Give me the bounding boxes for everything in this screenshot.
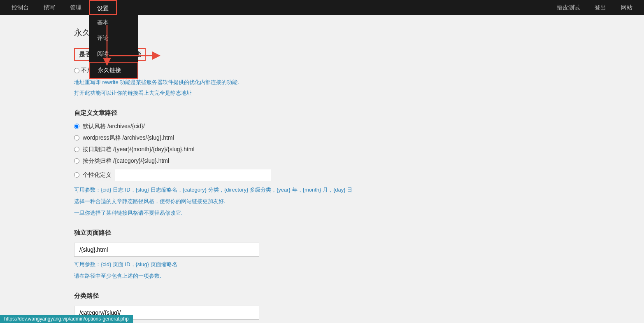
article-option-wordpress-label: wordpress风格 /archives/{slug}.html: [83, 134, 174, 142]
page-path-input[interactable]: [74, 243, 259, 257]
article-radio-category[interactable]: [74, 158, 79, 164]
article-radio-wordpress[interactable]: [74, 135, 79, 140]
article-option-default-label: 默认风格 /archives/{cid}/: [83, 123, 145, 130]
article-section-title: 自定义文章路径: [74, 109, 628, 117]
nav-settings[interactable]: 设置: [89, 0, 117, 15]
category-path-section-title: 分类路径: [74, 292, 628, 300]
article-option-wordpress[interactable]: wordpress风格 /archives/{slug}.html: [74, 134, 628, 142]
article-option-default[interactable]: 默认风格 /archives/{cid}/: [74, 123, 628, 130]
article-radio-default[interactable]: [74, 124, 79, 129]
menu-basic[interactable]: 基本: [89, 15, 138, 30]
top-navigation: 控制台 撰写 管理 设置 基本 评论 阅读 永久链接 捂皮测试 登出 网站: [0, 0, 644, 15]
nav-logout[interactable]: 登出: [587, 0, 614, 15]
rewrite-hint2: 打开此功能可以让你的链接看上去完全是静态地址: [74, 89, 628, 98]
page-path-hint1: 可用参数：{cid} 页面 ID，{slug} 页面缩略名: [74, 260, 628, 269]
nav-website[interactable]: 网站: [614, 0, 640, 15]
nav-write[interactable]: 撰写: [36, 0, 63, 15]
article-hint3: 一旦你选择了某种链接风格请不要轻易修改它.: [74, 208, 628, 218]
article-hint2: 选择一种合适的文章静态路径风格，使得你的网站链接更加友好.: [74, 197, 628, 206]
article-hint1: 可用参数：{cid} 日志 ID，{slug} 日志缩略名，{category}…: [74, 185, 628, 194]
article-option-category[interactable]: 按分类归档 /{category}/{slug}.html: [74, 157, 628, 165]
article-custom-input[interactable]: [115, 169, 271, 181]
page-title: 永久: [74, 27, 628, 38]
nav-manage[interactable]: 管理: [63, 0, 89, 15]
menu-permalink[interactable]: 永久链接: [89, 62, 138, 79]
nav-right: 捂皮测试 登出 网站: [549, 0, 640, 15]
article-option-custom[interactable]: 个性化定义: [74, 169, 628, 181]
rewrite-hint1: 地址重写即 rewrite 功能是某些服务器软件提供的优化内部连接的功能.: [74, 78, 628, 87]
article-option-custom-label: 个性化定义: [83, 171, 112, 179]
radio-disabled-input[interactable]: [74, 68, 79, 73]
article-radio-custom[interactable]: [74, 172, 79, 178]
page-path-hint2: 请在路径中至少包含上述的一项参数.: [74, 272, 628, 281]
nav-left: 控制台 撰写 管理 设置 基本 评论 阅读 永久链接: [4, 0, 117, 15]
article-option-date-label: 按日期归档 /{year}/{month}/{day}/{slug}.html: [83, 146, 195, 153]
menu-comments[interactable]: 评论: [89, 30, 138, 46]
settings-dropdown-container: 设置 基本 评论 阅读 永久链接: [89, 0, 117, 15]
status-bar: https://dev.wangyangyang.vip/admin/optio…: [0, 315, 133, 323]
article-option-date[interactable]: 按日期归档 /{year}/{month}/{day}/{slug}.html: [74, 146, 628, 153]
nav-theme-test[interactable]: 捂皮测试: [549, 0, 587, 15]
menu-reading[interactable]: 阅读: [89, 46, 138, 62]
page-path-section-title: 独立页面路径: [74, 229, 628, 237]
article-radio-date[interactable]: [74, 147, 79, 152]
article-option-category-label: 按分类归档 /{category}/{slug}.html: [83, 157, 169, 165]
settings-dropdown-menu: 基本 评论 阅读 永久链接: [89, 15, 138, 79]
rewrite-radio-group: 不启用 启用: [74, 67, 628, 75]
nav-dashboard[interactable]: 控制台: [4, 0, 36, 15]
